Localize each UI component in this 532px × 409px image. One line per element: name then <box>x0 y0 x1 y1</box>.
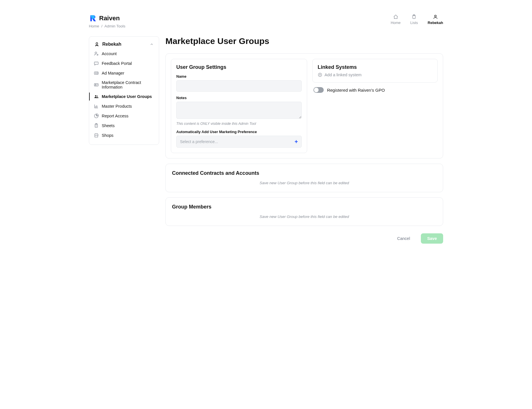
members-heading: Group Members <box>172 204 437 210</box>
account-icon <box>94 51 99 56</box>
sidebar-title: Rebekah <box>102 42 121 47</box>
gpo-toggle-row: Registered with Raiven's GPO <box>312 87 438 93</box>
svg-point-4 <box>95 52 97 54</box>
name-label: Name <box>176 74 302 79</box>
breadcrumbs: Home / Admin Tools <box>89 24 125 28</box>
nav-user[interactable]: Rebekah <box>428 14 443 25</box>
sidebar-item-label: Report Access <box>102 114 129 118</box>
header-left: Raiven Home / Admin Tools <box>89 14 125 28</box>
svg-point-2 <box>435 15 436 17</box>
breadcrumb-home[interactable]: Home <box>89 24 99 28</box>
cancel-button[interactable]: Cancel <box>391 233 416 244</box>
sidebar-item-label: Master Products <box>102 104 132 109</box>
users-icon <box>94 94 99 99</box>
sidebar-item-shops[interactable]: Shops <box>89 131 155 139</box>
plus-icon: + <box>295 139 298 145</box>
members-placeholder: Save new User Group before this field ca… <box>172 213 437 219</box>
nav-home[interactable]: Home <box>391 14 401 25</box>
sidebar-header[interactable]: Rebekah <box>93 42 155 50</box>
add-linked-system-button[interactable]: Add a linked system <box>318 73 432 77</box>
chevron-up-icon <box>150 42 154 46</box>
home-icon <box>393 14 398 19</box>
page-title: Marketplace User Groups <box>165 36 443 46</box>
sidebar-item-account[interactable]: Account <box>89 50 155 58</box>
svg-rect-6 <box>94 62 98 65</box>
nav-home-label: Home <box>391 21 401 25</box>
sidebar-item-label: Marketplace User Groups <box>102 94 152 99</box>
linked-systems: Linked Systems Add a linked system <box>312 59 438 83</box>
svg-point-11 <box>97 96 98 97</box>
name-input[interactable] <box>176 80 302 92</box>
brand-name: Raiven <box>99 15 120 22</box>
linked-heading: Linked Systems <box>318 64 432 70</box>
members-card: Group Members Save new User Group before… <box>165 197 443 226</box>
sidebar-item-sheets[interactable]: Sheets <box>89 122 155 130</box>
user-badge-icon <box>94 42 99 47</box>
brand[interactable]: Raiven <box>89 14 125 22</box>
sidebar-item-contract-info[interactable]: Marketplace Contract Information <box>89 79 155 91</box>
preference-placeholder: Select a preference... <box>180 139 218 144</box>
clipboard-icon <box>411 14 417 19</box>
sidebar-item-label: Marketplace Contract Information <box>102 80 154 89</box>
nav-user-label: Rebekah <box>428 21 443 25</box>
notes-input[interactable] <box>176 102 302 119</box>
main: Marketplace User Groups User Group Setti… <box>165 36 443 244</box>
sidebar-item-master-products[interactable]: Master Products <box>89 102 155 110</box>
sidebar-item-label: Ad Manager <box>102 71 124 75</box>
svg-point-5 <box>97 54 98 55</box>
gpo-label: Registered with Raiven's GPO <box>327 88 385 93</box>
header-nav: Home Lists Rebekah <box>391 14 443 25</box>
pie-chart-icon <box>94 113 99 119</box>
svg-point-10 <box>95 95 97 97</box>
settings-heading: User Group Settings <box>176 64 302 70</box>
gpo-toggle[interactable] <box>313 87 324 93</box>
sidebar-item-report-access[interactable]: Report Access <box>89 112 155 120</box>
plus-circle-icon <box>318 73 322 77</box>
sidebar-item-label: Sheets <box>102 123 115 128</box>
breadcrumb-current[interactable]: Admin Tools <box>105 24 125 28</box>
user-group-settings: User Group Settings Name Notes This cont… <box>171 59 307 153</box>
form-actions: Cancel Save <box>165 233 443 244</box>
sidebar-item-ad-manager[interactable]: Ad Manager <box>89 69 155 77</box>
chat-icon <box>94 61 99 66</box>
sidebar-item-feedback[interactable]: Feedback Portal <box>89 59 155 67</box>
bar-chart-icon <box>94 104 99 109</box>
brand-logo-icon <box>89 14 97 22</box>
nav-lists-label: Lists <box>410 21 418 25</box>
notes-helper: This content is ONLY visible inside this… <box>176 122 302 126</box>
contracts-placeholder: Save new User Group before this field ca… <box>172 179 437 186</box>
user-icon <box>433 14 438 19</box>
preference-label: Automatically Add User Marketing Prefere… <box>176 130 302 134</box>
breadcrumb-separator: / <box>101 24 103 28</box>
sidebar: Rebekah Account Feedback Portal <box>89 36 159 145</box>
add-linked-label: Add a linked system <box>325 73 362 77</box>
sidebar-item-user-groups[interactable]: Marketplace User Groups <box>89 93 155 101</box>
save-button[interactable]: Save <box>421 233 443 244</box>
contracts-card: Connected Contracts and Accounts Save ne… <box>165 164 443 192</box>
sidebar-item-label: Feedback Portal <box>102 61 132 66</box>
preference-select[interactable]: Select a preference... + <box>176 136 302 148</box>
contracts-heading: Connected Contracts and Accounts <box>172 170 437 176</box>
nav-lists[interactable]: Lists <box>410 14 418 25</box>
svg-point-9 <box>95 84 96 85</box>
sidebar-item-label: Shops <box>102 133 113 138</box>
id-card-icon <box>94 82 99 87</box>
clipboard-list-icon <box>94 123 99 128</box>
sidebar-item-label: Account <box>102 51 117 56</box>
ad-icon <box>94 71 99 76</box>
settings-card: User Group Settings Name Notes This cont… <box>165 53 443 159</box>
svg-point-3 <box>96 43 98 44</box>
svg-rect-8 <box>94 84 98 86</box>
shop-icon <box>94 133 99 138</box>
header: Raiven Home / Admin Tools Home Lists <box>89 14 443 28</box>
notes-label: Notes <box>176 96 302 100</box>
